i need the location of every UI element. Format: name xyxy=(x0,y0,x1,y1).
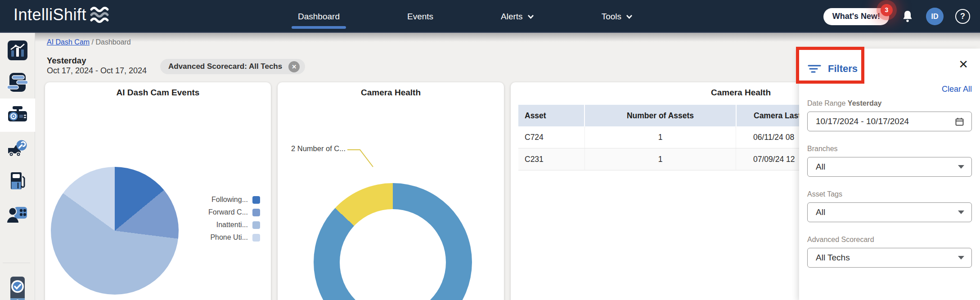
nav-drop-shadow xyxy=(0,33,980,42)
legend-item[interactable]: Phone Uti... xyxy=(210,233,260,242)
filters-panel: ✕ Filters Clear All Date Range Yesterday… xyxy=(799,49,980,300)
date-range-input[interactable]: 10/17/2024 - 10/17/2024 xyxy=(807,112,972,131)
coaching-icon xyxy=(7,204,28,225)
whats-new-button[interactable]: What's New! 3 xyxy=(823,8,889,25)
donut-slice-label: 2 Number of C... xyxy=(291,144,346,153)
advanced-scorecard-chip: Advanced Scorecard: All Techs ✕ xyxy=(160,59,305,74)
card-ai-dash-cam-events: AI Dash Cam Events Following... Forward … xyxy=(45,82,271,300)
camera-health-donut-chart[interactable] xyxy=(314,183,472,300)
legend-marker xyxy=(252,209,260,216)
close-icon[interactable]: ✕ xyxy=(958,58,968,70)
chip-label: Advanced Scorecard: All Techs xyxy=(168,62,282,71)
help-icon[interactable]: ? xyxy=(955,9,970,24)
asset-tags-select[interactable]: All xyxy=(807,202,972,222)
legend-item[interactable]: Inattenti... xyxy=(216,221,260,229)
col-header-asset: Asset xyxy=(518,105,585,126)
branches-label: Branches xyxy=(807,145,972,153)
events-pie-legend: Following... Forward C... Inattenti... P… xyxy=(208,196,260,242)
analytics-icon xyxy=(7,40,28,61)
module-sidebar xyxy=(0,33,35,300)
breadcrumb: AI Dash Cam / Dashboard xyxy=(47,38,131,46)
service-truck-icon xyxy=(7,138,28,159)
routes-icon xyxy=(7,72,28,93)
advanced-scorecard-label: Advanced Scorecard xyxy=(807,236,972,244)
legend-marker xyxy=(252,221,260,229)
sidebar-item-coaching[interactable] xyxy=(7,204,28,225)
primary-nav-tabs: Dashboard Events Alerts Tools xyxy=(298,0,633,33)
card-camera-health-donut: Camera Health 2 Number of C... xyxy=(278,82,504,300)
date-range-field-label: Date Range Yesterday xyxy=(807,99,972,107)
bell-icon[interactable] xyxy=(901,9,914,24)
fuel-pump-icon xyxy=(7,170,28,192)
date-range-dates: Oct 17, 2024 - Oct 17, 2024 xyxy=(47,66,147,76)
legend-marker xyxy=(252,234,260,242)
filter-icon xyxy=(807,64,822,74)
top-nav-bar: IntelliShift Dashboard Events Alerts Too… xyxy=(0,0,980,33)
intellishift-dashboard-screen: IntelliShift Dashboard Events Alerts Too… xyxy=(0,0,980,300)
caret-down-icon xyxy=(958,165,964,169)
nav-right-cluster: What's New! 3 ID ? xyxy=(823,0,970,33)
tab-tools[interactable]: Tools xyxy=(602,0,633,33)
legend-item[interactable]: Following... xyxy=(211,196,260,204)
col-header-number-of-assets: Number of Assets xyxy=(585,105,737,126)
legend-marker xyxy=(252,196,260,204)
dash-cam-icon xyxy=(7,104,28,125)
breadcrumb-link-ai-dash-cam[interactable]: AI Dash Cam xyxy=(47,38,90,46)
chevron-down-icon xyxy=(626,14,633,19)
chevron-down-icon xyxy=(527,14,534,19)
tab-dashboard[interactable]: Dashboard xyxy=(298,0,340,33)
notification-count-badge: 3 xyxy=(881,4,893,16)
sidebar-item-mobile-check[interactable] xyxy=(7,275,28,300)
donut-label-leader-line xyxy=(345,145,381,172)
tab-events[interactable]: Events xyxy=(407,0,433,33)
filters-title: Filters xyxy=(828,63,858,75)
legend-item[interactable]: Forward C... xyxy=(208,208,260,216)
breadcrumb-current: Dashboard xyxy=(95,38,130,46)
tab-alerts[interactable]: Alerts xyxy=(501,0,534,33)
chip-close-icon[interactable]: ✕ xyxy=(288,61,300,72)
asset-tags-label: Asset Tags xyxy=(807,190,972,198)
date-range-name: Yesterday xyxy=(47,56,86,66)
logo-text: IntelliShift xyxy=(13,5,86,24)
calendar-icon xyxy=(955,117,964,126)
sidebar-item-routes[interactable] xyxy=(7,72,28,93)
card-title: AI Dash Cam Events xyxy=(45,88,271,98)
sidebar-item-analytics[interactable] xyxy=(7,40,28,61)
caret-down-icon xyxy=(958,256,964,260)
intellishift-logo: IntelliShift xyxy=(13,5,110,24)
clear-all-link[interactable]: Clear All xyxy=(807,85,972,94)
logo-wave-icon xyxy=(89,5,110,24)
filters-header: Filters xyxy=(807,63,972,75)
sidebar-item-service[interactable] xyxy=(7,138,28,159)
sidebar-item-fuel[interactable] xyxy=(7,170,28,192)
user-avatar[interactable]: ID xyxy=(926,8,944,25)
advanced-scorecard-select[interactable]: All Techs xyxy=(807,248,972,268)
breadcrumb-separator: / xyxy=(90,38,95,46)
card-title: Camera Health xyxy=(278,88,504,98)
sidebar-divider xyxy=(3,263,30,263)
events-pie-chart[interactable] xyxy=(51,167,179,295)
mobile-check-icon xyxy=(7,275,28,300)
caret-down-icon xyxy=(958,210,964,214)
sidebar-item-ai-dash-cam[interactable] xyxy=(7,104,28,125)
branches-select[interactable]: All xyxy=(807,157,972,177)
